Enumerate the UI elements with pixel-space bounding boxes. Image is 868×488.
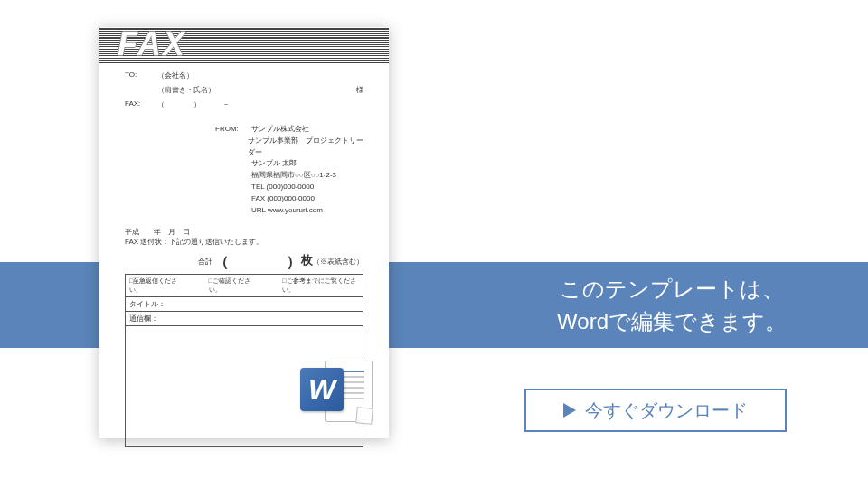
to-fax-value: （ ） － <box>157 99 363 110</box>
to-dept: （肩書き・氏名） <box>157 85 356 96</box>
to-company: （会社名） <box>157 70 363 81</box>
download-button[interactable]: 今すぐダウンロード <box>524 389 787 432</box>
from-address: 福岡県福岡市○○区○○1-2-3 <box>251 170 336 182</box>
banner-text: このテンプレートは、 Wordで編集できます。 <box>557 273 787 338</box>
from-name: サンプル 太郎 <box>251 158 297 170</box>
fax-header: FAX <box>99 27 389 63</box>
total-label: 合計 <box>198 258 212 266</box>
document-preview: FAX TO:（会社名） （肩書き・氏名）様 FAX:（ ） － FROM:サン… <box>99 27 389 438</box>
total-mai: 枚 <box>301 253 313 267</box>
cover-text: FAX 送付状：下記の通り送信いたします。 <box>125 237 363 247</box>
from-url: URL www.yoururl.com <box>251 205 323 217</box>
date-section: 平成 年 月 日 FAX 送付状：下記の通り送信いたします。 <box>125 227 363 247</box>
fax-title: FAX <box>118 25 186 63</box>
checkbox-row: □至急返信ください。 □ご確認ください。 □ご参考までにご覧ください。 <box>125 274 363 296</box>
download-label: 今すぐダウンロード <box>585 399 748 423</box>
message-label: 通信欄： <box>125 311 363 325</box>
from-dept: サンプル事業部 プロジェクトリーダー <box>248 136 363 159</box>
to-suffix: 様 <box>356 85 363 96</box>
check-2: □ご確認ください。 <box>209 277 258 295</box>
from-label: FROM: <box>215 124 251 136</box>
play-icon <box>563 403 576 418</box>
from-fax: FAX (000)000-0000 <box>251 193 315 205</box>
total-row: 合計 （ ）枚（※表紙含む） <box>125 252 363 272</box>
check-1: □至急返信ください。 <box>129 277 184 295</box>
to-section: TO:（会社名） （肩書き・氏名）様 FAX:（ ） － <box>125 70 363 110</box>
from-tel: TEL (000)000-0000 <box>251 182 314 193</box>
total-note: （※表紙含む） <box>313 258 363 266</box>
banner-line-2: Wordで編集できます。 <box>557 305 787 338</box>
date-value: 平成 年 月 日 <box>125 227 363 237</box>
from-company: サンプル株式会社 <box>251 124 309 136</box>
banner-line-1: このテンプレートは、 <box>557 273 787 305</box>
from-section: FROM:サンプル株式会社 サンプル事業部 プロジェクトリーダー サンプル 太郎… <box>215 124 363 216</box>
to-label: TO: <box>125 70 157 81</box>
to-fax-label: FAX: <box>125 99 157 110</box>
word-icon: W <box>300 355 373 427</box>
check-3: □ご参考までにご覧ください。 <box>282 277 359 295</box>
title-field: タイトル： <box>125 296 363 311</box>
